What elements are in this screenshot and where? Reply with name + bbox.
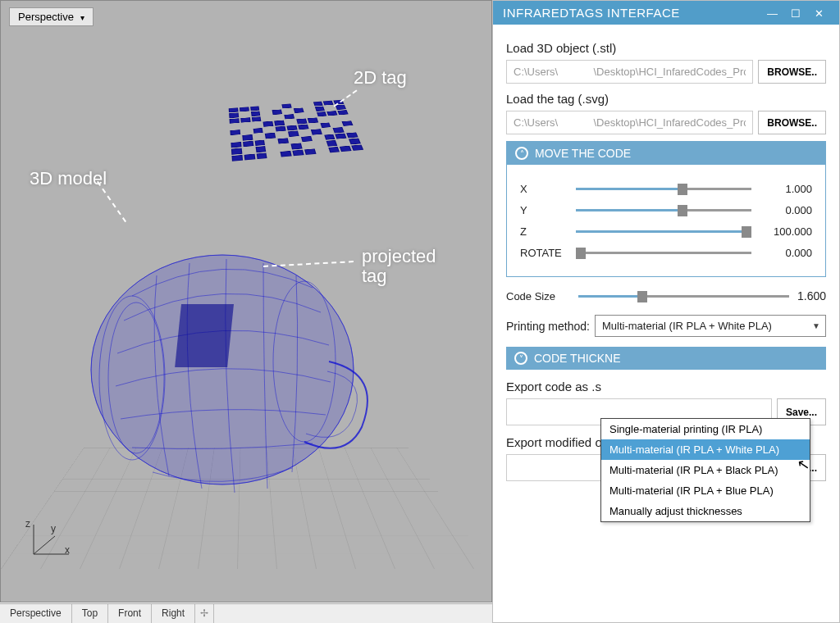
maximize-icon[interactable]: ☐ [786, 7, 806, 20]
chevron-down-icon: ▾ [80, 13, 84, 22]
slider-x-label: X [520, 183, 568, 195]
slider-codesize-value: 1.600 [797, 289, 826, 302]
option-multi-black[interactable]: Multi-material (IR PLA + Black PLA) [601, 460, 810, 480]
slider-y-value: 0.000 [760, 204, 812, 216]
slider-z-value: 100.000 [760, 225, 812, 238]
accordion-move-label: MOVE THE CODE [535, 147, 631, 160]
accordion-thickness-label: CODE THICKNE [534, 352, 621, 365]
slider-codesize[interactable] [578, 289, 789, 303]
slider-rotate-value: 0.000 [760, 247, 812, 259]
accordion-move-code: ˄ MOVE THE CODE X 1.000 Y 0.000 Z 100.00 [506, 141, 826, 277]
annotation-3d-model: 3D model [30, 169, 107, 189]
tab-front[interactable]: Front [108, 604, 152, 623]
label-printing-method: Printing method: [506, 320, 590, 333]
caret-down-icon: ▼ [812, 321, 820, 330]
minimize-icon[interactable]: — [763, 7, 783, 20]
accordion-move-head[interactable]: ˄ MOVE THE CODE [507, 142, 825, 165]
annotation-projected-tag: projectedtag [362, 247, 436, 286]
input-svg-path[interactable] [506, 111, 753, 134]
accordion-thickness: ˅ CODE THICKNE [506, 347, 826, 370]
slider-codesize-label: Code Size [506, 290, 570, 302]
model-3d-mug [58, 230, 386, 509]
tab-right[interactable]: Right [152, 604, 195, 623]
tab-add[interactable]: ✢ [195, 604, 214, 623]
viewport-mode-dropdown[interactable]: Perspective ▾ [9, 7, 94, 26]
label-export-code: Export code as .s [506, 380, 826, 393]
chevron-up-icon: ˄ [515, 147, 528, 160]
option-multi-blue[interactable]: Multi-material (IR PLA + Blue PLA) [601, 480, 810, 501]
option-multi-white[interactable]: Multi-material (IR PLA + White PLA) [601, 439, 810, 460]
axis-gizmo: x y z [24, 521, 73, 565]
tag-2d [229, 100, 363, 161]
viewport-tabs: Perspective Top Front Right ✢ [0, 603, 492, 623]
slider-y-label: Y [520, 204, 568, 216]
panel-title: INFRAREDTAGS INTERFACE [503, 6, 680, 20]
chevron-down-icon: ˅ [514, 352, 527, 365]
tab-perspective[interactable]: Perspective [0, 604, 72, 623]
option-single-material[interactable]: Single-material printing (IR PLA) [601, 419, 810, 439]
annotation-2d-tag: 2D tag [354, 68, 407, 88]
panel-infraredtags: INFRAREDTAGS INTERFACE — ☐ ✕ Load 3D obj… [492, 0, 840, 623]
slider-y[interactable] [576, 202, 751, 217]
accordion-thickness-head[interactable]: ˅ CODE THICKNE [506, 347, 826, 370]
slider-z[interactable] [576, 224, 751, 239]
slider-rotate[interactable] [576, 245, 751, 260]
slider-z-label: Z [520, 225, 568, 238]
label-load-svg: Load the tag (.svg) [506, 92, 826, 106]
dropdown-printing-options[interactable]: Single-material printing (IR PLA) Multi-… [600, 418, 810, 522]
option-manual[interactable]: Manually adjust thicknesses [601, 501, 810, 521]
input-stl-path[interactable] [506, 60, 753, 84]
slider-x-value: 1.000 [760, 183, 812, 195]
select-printing-method[interactable]: Multi-material (IR PLA + White PLA) ▼ [595, 315, 826, 337]
svg-line-8 [34, 536, 55, 554]
browse-svg-button[interactable]: BROWSE.. [758, 111, 826, 134]
svg-point-0 [91, 255, 354, 484]
panel-titlebar: INFRAREDTAGS INTERFACE — ☐ ✕ [493, 1, 839, 25]
viewport-mode-label: Perspective [18, 11, 74, 23]
leader-line [97, 181, 126, 222]
leader-line [334, 89, 358, 107]
close-icon[interactable]: ✕ [810, 7, 829, 20]
label-load-stl: Load 3D object (.stl) [506, 41, 826, 55]
slider-x[interactable] [576, 181, 751, 196]
tab-top[interactable]: Top [72, 604, 108, 623]
browse-stl-button[interactable]: BROWSE.. [758, 60, 826, 84]
select-printing-value: Multi-material (IR PLA + White PLA) [602, 320, 772, 332]
svg-rect-5 [175, 304, 234, 367]
slider-rotate-label: ROTATE [520, 247, 568, 259]
viewport-3d[interactable]: Perspective ▾ [0, 0, 492, 603]
